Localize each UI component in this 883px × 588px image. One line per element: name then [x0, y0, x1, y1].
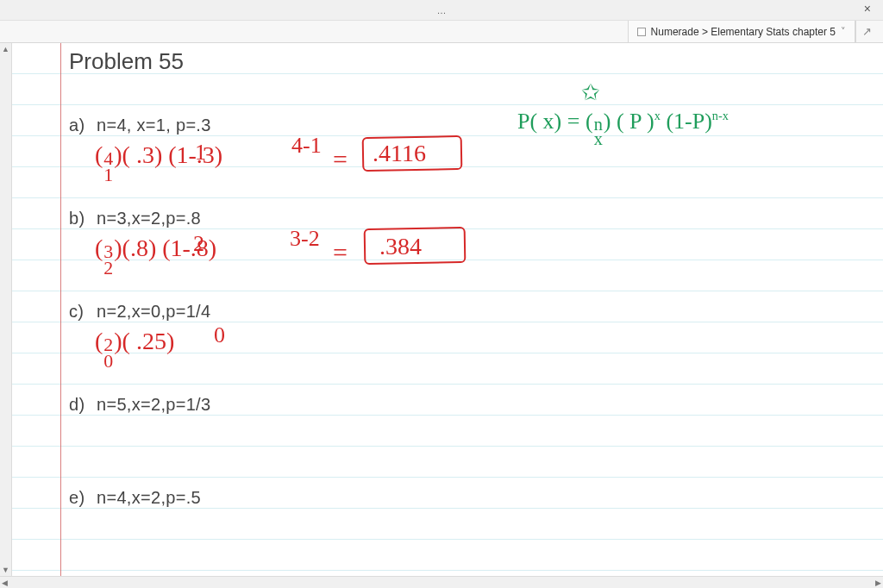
item-e-params: n=4,x=2,p=.5 [97, 488, 201, 508]
work-c: (20)( .25) [95, 328, 174, 367]
checkbox-icon [637, 28, 646, 36]
tab-bar: Numerade > Elementary Stats chapter 5 ˅ … [0, 21, 883, 43]
formula-lhs: P( x) = [517, 109, 579, 134]
work-a-eq: = [333, 145, 348, 174]
app-window: … × Numerade > Elementary Stats chapter … [0, 0, 883, 588]
expand-icon: ↗ [862, 25, 872, 38]
work-c-sup1: 0 [214, 322, 225, 348]
item-a-params: n=4, x=1, p=.3 [97, 116, 211, 135]
formula-p: ( P ) [617, 109, 654, 134]
horizontal-scrollbar[interactable]: ◀ ▶ [0, 576, 883, 588]
tab-numerade[interactable]: Numerade > Elementary Stats chapter 5 ˅ [628, 21, 855, 42]
vertical-scrollbar[interactable]: ▲ ▼ [0, 43, 12, 576]
page-title: Problem 55 [69, 48, 184, 75]
answer-a: .4116 [373, 140, 426, 167]
scroll-up-icon[interactable]: ▲ [2, 45, 9, 53]
work-b-sup2: 3-2 [290, 226, 320, 252]
item-e-label: e) [69, 488, 85, 508]
chevron-down-icon: ˅ [841, 26, 846, 37]
item-b-label: b) [69, 209, 85, 228]
work-b-eq: = [333, 238, 348, 267]
star-icon: ✩ [581, 79, 600, 106]
work-b-sup1: 2 [193, 231, 204, 257]
item-d-params: n=5,x=2,p=1/3 [97, 395, 210, 415]
work-a-sup1: 1 [195, 140, 206, 166]
titlebar: … × [0, 0, 883, 21]
lined-paper: Problem 55 a) n=4, x=1, p=.3 b) n=3,x=2,… [12, 43, 883, 576]
item-c-label: c) [69, 302, 84, 322]
workspace: ▲ ▼ Problem 55 a) n=4, x=1, p=.3 b) n=3,… [0, 43, 883, 576]
item-b-params: n=3,x=2,p=.8 [97, 209, 201, 228]
titlebar-label: … [437, 5, 447, 16]
canvas[interactable]: Problem 55 a) n=4, x=1, p=.3 b) n=3,x=2,… [12, 43, 883, 576]
scroll-down-icon[interactable]: ▼ [2, 566, 9, 574]
answer-b: .384 [379, 233, 422, 260]
formula-q: (1-P) [666, 109, 711, 134]
expand-button[interactable]: ↗ [855, 21, 878, 42]
item-a-label: a) [69, 116, 85, 135]
formula-green: P( x) = (nx) ( P )x (1-P)n-x [517, 109, 729, 145]
margin-rule [60, 43, 61, 576]
item-c-params: n=2,x=0,p=1/4 [97, 302, 210, 322]
close-button[interactable]: × [859, 2, 876, 16]
tab-label: Numerade > Elementary Stats chapter 5 [651, 26, 836, 38]
scroll-left-icon[interactable]: ◀ [2, 579, 8, 587]
work-a-sup2: 4-1 [291, 133, 322, 159]
item-d-label: d) [69, 395, 85, 415]
scroll-right-icon[interactable]: ▶ [875, 579, 881, 587]
